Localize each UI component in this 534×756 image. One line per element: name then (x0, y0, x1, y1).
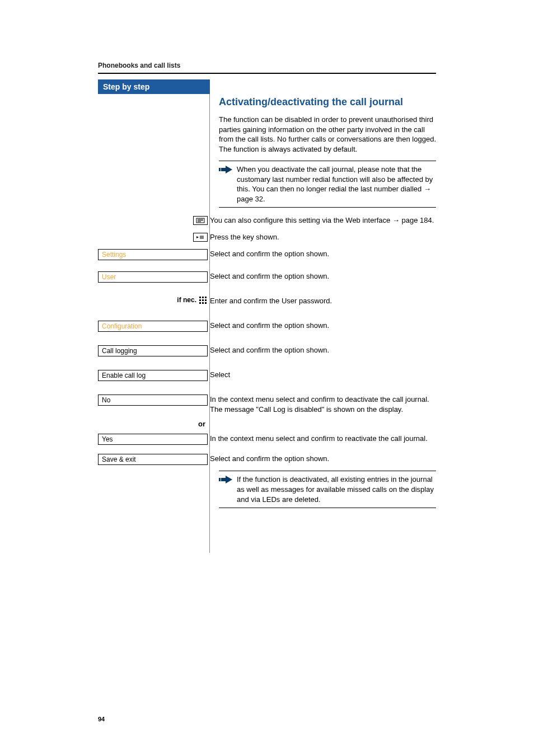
no-text: In the context menu select and confirm t… (210, 395, 436, 414)
call-logging-text: Select and confirm the option shown. (210, 345, 436, 355)
main-content: Activating/deactivating the call journal… (210, 79, 436, 516)
user-text: Select and confirm the option shown. (210, 271, 436, 281)
note-text-2: If the function is deactivated, all exis… (235, 475, 436, 504)
sidebar: Step by step (98, 79, 210, 553)
row-configuration: Configuration Select and confirm the opt… (219, 321, 436, 332)
keypad-icon (199, 296, 208, 307)
sidebar-item-no: No (98, 395, 208, 406)
step-by-step-header: Step by step (98, 79, 210, 94)
row-yes: Yes In the context menu select and confi… (219, 434, 436, 445)
sidebar-item-call-logging: Call logging (98, 345, 208, 356)
svg-rect-21 (221, 478, 226, 481)
svg-marker-22 (226, 476, 232, 483)
row-call-logging: Call logging Select and confirm the opti… (219, 345, 436, 356)
svg-rect-14 (199, 299, 201, 301)
note-text-1: When you deactivate the call journal, pl… (235, 165, 436, 204)
menu-key-icon (193, 232, 208, 242)
note-arrow-icon (219, 165, 235, 204)
svg-marker-2 (226, 166, 232, 173)
note-arrow-icon-2 (219, 475, 235, 504)
running-head: Phonebooks and call lists (98, 62, 436, 69)
sidebar-item-configuration: Configuration (98, 321, 208, 332)
sidebar-item-save-exit: Save & exit (98, 454, 208, 465)
svg-rect-17 (199, 302, 201, 304)
yes-text: In the context menu select and confirm t… (210, 434, 436, 444)
sidebar-item-yes: Yes (98, 434, 208, 445)
svg-rect-16 (205, 299, 207, 301)
sidebar-item-settings: Settings (98, 249, 208, 260)
svg-rect-11 (199, 297, 201, 298)
or-separator: or (98, 420, 210, 428)
press-key-text: Press the key shown. (210, 232, 436, 242)
header-rule (98, 73, 436, 74)
svg-rect-19 (205, 302, 207, 304)
svg-rect-20 (219, 478, 221, 481)
svg-rect-18 (202, 302, 204, 304)
svg-rect-12 (202, 297, 204, 298)
sidebar-item-enable-call-log: Enable call log (98, 370, 208, 381)
intro-paragraph: The function can be disabled in order to… (219, 115, 436, 154)
note-box-2: If the function is deactivated, all exis… (219, 471, 436, 508)
row-enable-call-log: Enable call log Select (219, 370, 436, 381)
note-box-1: When you deactivate the call journal, pl… (219, 161, 436, 208)
svg-rect-13 (205, 297, 207, 298)
row-webinfo: You can also configure this setting via … (219, 215, 436, 227)
row-press-key: Press the key shown. (219, 232, 436, 243)
row-save-exit: Save & exit Select and confirm the optio… (219, 454, 436, 465)
configuration-text: Select and confirm the option shown. (210, 321, 436, 331)
save-exit-text: Select and confirm the option shown. (210, 454, 436, 464)
svg-rect-1 (221, 168, 226, 171)
svg-marker-7 (196, 236, 199, 238)
if-nec-label: if nec. (177, 296, 196, 304)
page-number: 94 (98, 716, 105, 722)
svg-rect-15 (202, 299, 204, 301)
section-title: Activating/deactivating the call journal (219, 96, 436, 108)
sidebar-item-user: User (98, 271, 208, 283)
row-no: No In the context menu select and confir… (219, 395, 436, 414)
content-columns: Step by step Activating/deactivating the… (98, 79, 436, 553)
svg-rect-0 (219, 168, 221, 171)
webinfo-text: You can also configure this setting via … (210, 215, 436, 226)
settings-text: Select and confirm the option shown. (210, 249, 436, 259)
row-user: User Select and confirm the option shown… (219, 271, 436, 283)
password-text: Enter and confirm the User password. (210, 296, 436, 306)
row-settings: Settings Select and confirm the option s… (219, 249, 436, 260)
web-config-icon (193, 215, 208, 226)
enable-call-log-text: Select (210, 370, 436, 380)
row-password: if nec. (219, 296, 436, 307)
